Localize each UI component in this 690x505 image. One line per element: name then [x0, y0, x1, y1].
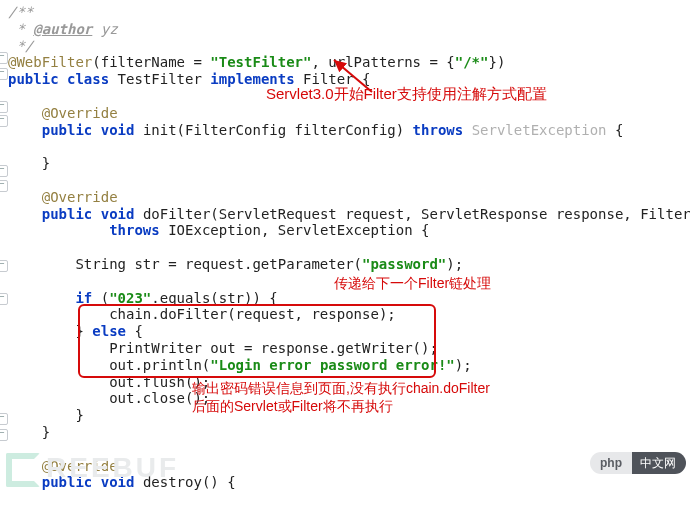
gutter	[0, 0, 8, 505]
fold-icon	[0, 293, 8, 305]
code-line: @Override	[8, 189, 118, 205]
badge-left: php	[590, 452, 632, 474]
annotation-text: Servlet3.0开始Filter支持使用注解方式配置	[266, 85, 547, 103]
site-badge: php 中文网	[590, 451, 686, 475]
code-line: if ("023".equals(str)) {	[8, 290, 278, 306]
watermark: REEBUF	[6, 451, 179, 487]
annotation-text: 输出密码错误信息到页面,没有执行chain.doFilter	[192, 380, 490, 397]
fold-icon	[0, 180, 8, 192]
blank-line	[8, 138, 16, 154]
code-line: } else {	[8, 323, 143, 339]
code-line: /**	[8, 4, 33, 20]
fold-icon	[0, 165, 8, 177]
blank-line	[8, 273, 16, 289]
code-line: chain.doFilter(request, response);	[8, 306, 396, 322]
code-line: String str = request.getParameter("passw…	[8, 256, 463, 272]
code-line: */	[8, 38, 33, 54]
fold-icon	[0, 115, 8, 127]
code-line: out.println("Login error password error!…	[8, 357, 472, 373]
code-line: @WebFilter(filterName = "TestFilter", ur…	[8, 54, 505, 70]
fold-icon	[0, 429, 8, 441]
code-line: public void init(FilterConfig filterConf…	[8, 122, 623, 138]
code-line: PrintWriter out = response.getWriter();	[8, 340, 438, 356]
code-line: public void doFilter(ServletRequest requ…	[8, 206, 690, 222]
blank-line	[8, 239, 16, 255]
fold-icon	[0, 68, 8, 80]
watermark-icon	[6, 453, 40, 487]
blank-line	[8, 172, 16, 188]
fold-icon	[0, 52, 8, 64]
code-line: }	[8, 155, 50, 171]
code-block: /** * @author yz */ @WebFilter(filterNam…	[8, 4, 682, 505]
code-line: out.close();	[8, 390, 210, 406]
annotation-text: 后面的Servlet或Filter将不再执行	[192, 398, 393, 415]
code-line: }	[8, 407, 84, 423]
blank-line	[8, 491, 16, 505]
fold-icon	[0, 260, 8, 272]
code-line: }	[8, 424, 50, 440]
badge-right: 中文网	[632, 452, 686, 474]
fold-icon	[0, 413, 8, 425]
code-line: throws IOException, ServletException {	[8, 222, 429, 238]
code-line: * @author yz	[8, 21, 118, 37]
watermark-text: REEBUF	[46, 452, 179, 483]
annotation-text: 传递给下一个Filter链处理	[334, 275, 491, 292]
code-line: @Override	[8, 105, 118, 121]
code-line: out.flush();	[8, 374, 210, 390]
blank-line	[8, 88, 16, 104]
